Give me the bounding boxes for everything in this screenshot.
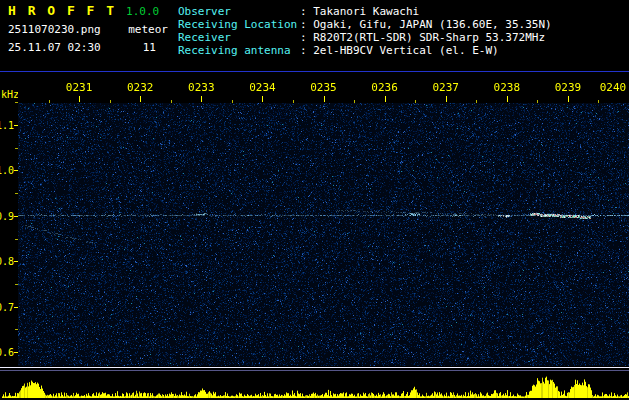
- time-tick-label: 0234: [249, 81, 276, 94]
- time-tick-label: 0231: [66, 81, 93, 94]
- frequency-axis: kHz 1.11.00.90.80.70.6: [0, 75, 18, 366]
- info-value-observer: : Takanori Kawachi: [300, 5, 419, 18]
- spectrogram-plot: 0231023202330234023502360237023802390240: [18, 75, 629, 366]
- freq-tick-label: 0.8: [0, 256, 14, 267]
- info-value-receiver: : R820T2(RTL-SDR) SDR-Sharp 53.372MHz: [300, 31, 545, 44]
- info-label-antenna: Receiving antenna: [178, 44, 300, 57]
- time-tick-label: 0237: [432, 81, 459, 94]
- header: H R O F F T 1.0.0 2511070230.png meteor …: [0, 0, 629, 71]
- freq-tick-label: 0.9: [0, 210, 14, 221]
- info-label-observer: Observer: [178, 5, 300, 18]
- spectrogram-canvas: [18, 75, 629, 366]
- frequency-axis-unit: kHz: [1, 89, 19, 100]
- info-value-antenna: : 2el-HB9CV Vertical (el. E-W): [300, 44, 499, 57]
- app-info-block: H R O F F T 1.0.0 2511070230.png meteor …: [8, 3, 170, 54]
- app-title: H R O F F T: [8, 3, 116, 18]
- info-label-location: Receiving Location: [178, 18, 300, 31]
- file-row: 2511070230.png meteor: [8, 23, 170, 36]
- info-label-receiver: Receiver: [178, 31, 300, 44]
- freq-tick-label: 0.7: [0, 301, 14, 312]
- separator-line-dim: [0, 370, 629, 371]
- separator-line-bright: [0, 367, 629, 368]
- time-tick-label: 0238: [494, 81, 521, 94]
- hrofft-window: H R O F F T 1.0.0 2511070230.png meteor …: [0, 0, 629, 400]
- observation-datetime: 25.11.07 02:30: [8, 41, 101, 54]
- freq-tick-label: 1.0: [0, 165, 14, 176]
- info-row-location: Receiving Location : Ogaki, Gifu, JAPAN …: [178, 18, 552, 31]
- output-filename: 2511070230.png: [8, 23, 101, 36]
- station-info-block: Observer : Takanori Kawachi Receiving Lo…: [178, 5, 552, 57]
- title-row: H R O F F T 1.0.0: [8, 3, 170, 18]
- time-tick-label: 0235: [310, 81, 337, 94]
- freq-tick-label: 0.6: [0, 347, 14, 358]
- info-value-location: : Ogaki, Gifu, JAPAN (136.60E, 35.35N): [300, 18, 552, 31]
- time-tick-label: 0232: [127, 81, 154, 94]
- signal-level-panel: [0, 366, 629, 400]
- time-tick-label: 0233: [188, 81, 215, 94]
- spectrogram-panel: kHz 1.11.00.90.80.70.6 02310232023302340…: [0, 75, 629, 366]
- info-row-receiver: Receiver : R820T2(RTL-SDR) SDR-Sharp 53.…: [178, 31, 552, 44]
- mode-label: meteor: [128, 23, 168, 36]
- time-tick-label: 0240: [600, 81, 627, 94]
- meteor-count: 11: [143, 41, 156, 54]
- time-tick-label: 0239: [555, 81, 582, 94]
- info-row-observer: Observer : Takanori Kawachi: [178, 5, 552, 18]
- header-divider: [0, 71, 629, 72]
- date-row: 25.11.07 02:30 11: [8, 41, 170, 54]
- info-row-antenna: Receiving antenna : 2el-HB9CV Vertical (…: [178, 44, 552, 57]
- signal-level-canvas: [0, 372, 629, 398]
- app-version: 1.0.0: [126, 5, 159, 18]
- time-tick-label: 0236: [371, 81, 398, 94]
- freq-tick-label: 1.1: [0, 120, 14, 131]
